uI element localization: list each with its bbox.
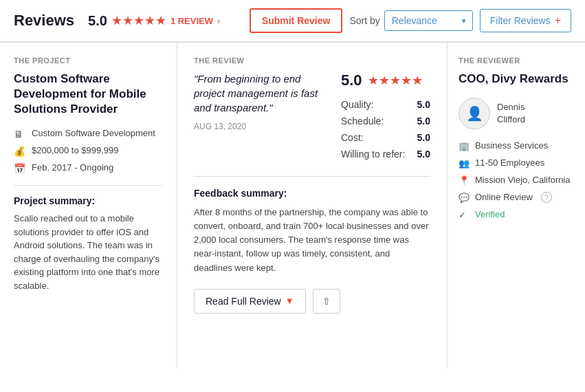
meta-service: 🖥 Custom Software Development [14,128,163,140]
review-count: 1 REVIEW [170,16,213,26]
project-title: Custom Software Development for Mobile S… [14,72,163,117]
score-header: 5.0 ★★★★★ [341,72,430,89]
reviewer-industry-text: Business Services [475,140,548,151]
score-refer: Willing to refer: 5.0 [341,149,430,160]
chat-icon: 💬 [459,193,470,203]
sort-select-wrapper: Relevance Most Recent Highest Rated Lowe… [384,10,473,31]
verified-icon: ✓ [459,210,470,220]
filter-reviews-label: Filter Reviews [490,15,551,26]
top-bar-right: Submit Review Sort by Relevance Most Rec… [250,8,571,33]
score-schedule: Schedule: 5.0 [341,116,430,127]
review-section-label: THE REVIEW [194,56,430,65]
review-date: AUG 13, 2020 [194,122,327,131]
meta-budget-text: $200,000 to $999,999 [32,145,119,155]
divider [14,185,163,186]
score-schedule-label: Schedule: [341,116,384,127]
meta-date: 📅 Feb. 2017 - Ongoing [14,162,163,174]
reviews-title: Reviews [14,12,74,30]
left-panel: THE PROJECT Custom Software Development … [0,43,177,369]
service-icon: 🖥 [14,129,26,140]
reviewer-online-review-text: Online Review [475,192,533,202]
read-full-review-button[interactable]: Read Full Review ▼ [194,289,306,314]
score-quality-value: 5.0 [417,99,430,110]
right-panel: THE REVIEWER COO, Divy Rewards 👤 DennisC… [448,43,585,369]
read-full-label: Read Full Review [206,296,281,307]
score-refer-value: 5.0 [417,149,430,160]
filter-plus-icon: + [555,14,561,27]
reviewer-verified-text: Verified [475,209,505,219]
reviewer-verified: ✓ Verified [459,209,574,220]
review-content-row: "From beginning to end project managemen… [194,72,430,165]
reviewer-location-text: Mission Viejo, California [475,175,571,185]
review-quote: "From beginning to end project managemen… [194,72,327,115]
main-content: THE PROJECT Custom Software Development … [0,42,585,369]
project-summary-title: Project summary: [14,195,163,206]
avatar: 👤 [459,98,490,129]
submit-review-button[interactable]: Submit Review [250,8,343,33]
review-scores-col: 5.0 ★★★★★ Quality: 5.0 Schedule: 5.0 Cos… [334,72,430,165]
score-stars: ★★★★★ [368,73,423,88]
reviewer-title: COO, Divy Rewards [459,72,574,87]
location-icon: 📍 [459,175,470,186]
reviewer-name: DennisClifford [497,101,525,126]
share-icon: ⇧ [322,296,331,307]
reviewer-section-label: THE REVIEWER [459,56,574,65]
reviewer-online-review: 💬 Online Review ? [459,192,574,203]
filter-reviews-button[interactable]: Filter Reviews + [480,9,571,32]
feedback-title: Feedback summary: [194,188,430,199]
help-icon[interactable]: ? [541,192,552,203]
rating-row: 5.0 ★★★★★ 1 REVIEW › [88,13,220,29]
score-refer-label: Willing to refer: [341,149,405,160]
share-button[interactable]: ⇧ [313,289,340,314]
employees-icon: 👥 [459,158,470,168]
reviewer-employees-text: 11-50 Employees [475,157,544,168]
overall-rating: 5.0 [88,13,107,29]
project-section-label: THE PROJECT [14,56,163,65]
reviewer-meta-list: 🏢 Business Services 👥 11-50 Employees 📍 … [459,140,574,220]
middle-panel: THE REVIEW "From beginning to end projec… [177,43,448,369]
meta-budget: 💰 $200,000 to $999,999 [14,145,163,157]
sort-label: Sort by [349,15,379,26]
reviewer-industry: 🏢 Business Services [459,140,574,151]
review-text-col: "From beginning to end project managemen… [194,72,327,165]
sort-container: Sort by Relevance Most Recent Highest Ra… [349,10,472,31]
top-bar: Reviews 5.0 ★★★★★ 1 REVIEW › Submit Revi… [0,0,585,42]
score-quality-label: Quality: [341,99,373,110]
budget-icon: 💰 [14,146,26,157]
score-schedule-value: 5.0 [417,116,430,127]
meta-date-text: Feb. 2017 - Ongoing [32,162,113,173]
avatar-icon: 👤 [466,105,483,122]
project-summary-text: Scalio reached out to a mobile solutions… [14,212,163,292]
date-icon: 📅 [14,163,26,174]
industry-icon: 🏢 [459,141,470,151]
review-count-chevron[interactable]: › [217,16,220,26]
review-separator [194,176,430,177]
feedback-text: After 8 months of the partnership, the c… [194,206,430,275]
score-overall: 5.0 [341,72,362,89]
rating-stars: ★★★★★ [111,13,166,28]
meta-service-text: Custom Software Development [32,128,155,138]
read-full-chevron-icon: ▼ [285,296,294,306]
project-meta-list: 🖥 Custom Software Development 💰 $200,000… [14,128,163,174]
reviewer-avatar-row: 👤 DennisClifford [459,98,574,129]
top-bar-left: Reviews 5.0 ★★★★★ 1 REVIEW › [14,12,241,30]
review-actions: Read Full Review ▼ ⇧ [194,289,430,314]
reviewer-location: 📍 Mission Viejo, California [459,175,574,186]
score-cost-value: 5.0 [417,132,430,143]
score-quality: Quality: 5.0 [341,99,430,110]
score-cost-label: Cost: [341,132,364,143]
score-cost: Cost: 5.0 [341,132,430,143]
reviewer-employees: 👥 11-50 Employees [459,157,574,168]
sort-select[interactable]: Relevance Most Recent Highest Rated Lowe… [384,10,473,31]
